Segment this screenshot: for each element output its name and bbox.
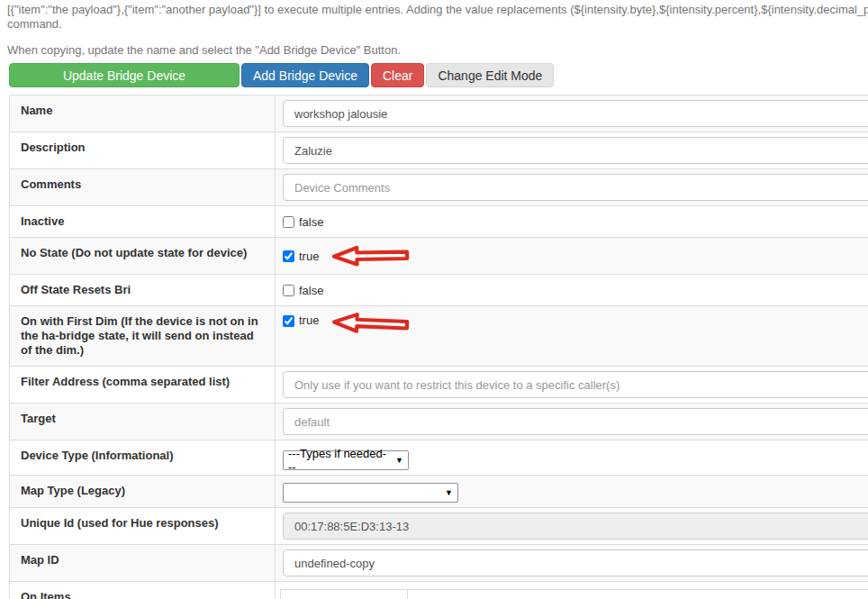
red-arrow-annotation-icon [331,244,411,268]
update-bridge-device-button[interactable]: Update Bridge Device [9,63,240,87]
map-type-select[interactable]: ▼ [283,483,458,503]
target-label: Target [10,404,276,440]
copy-note: When copying, update the name and select… [0,32,868,58]
row-no-state: No State (Do not update state for device… [10,238,868,275]
no-state-checkbox-label: true [299,250,319,263]
inactive-label: Inactive [10,206,276,237]
toolbar: Update Bridge Device Add Bridge Device C… [9,63,868,87]
inactive-checkbox-label: false [299,215,323,229]
on-items-label: On Items [10,582,276,599]
no-state-label: No State (Do not update state for device… [10,238,276,274]
row-description: Description [10,132,868,169]
row-device-type: Device Type (Informational) ---Types if … [10,440,868,476]
add-bridge-device-button[interactable]: Add Bridge Device [241,63,369,87]
comments-label: Comments [10,169,276,205]
row-filter-address: Filter Address (comma separated list) [10,367,868,404]
on-items-target-header: Target Item [408,590,868,599]
on-items-table: Type Target Item ▼ [280,589,868,599]
device-form-table: Name Description Comments Inactive false [9,95,868,599]
unique-id-label: Unique Id (used for Hue responses) [10,508,276,544]
row-comments: Comments [10,169,868,206]
intro-line-2: command. [7,17,868,32]
map-type-label: Map Type (Legacy) [10,476,276,507]
unique-id-input [283,513,868,540]
filter-address-label: Filter Address (comma separated list) [10,367,276,403]
row-map-id: Map ID [10,545,868,582]
name-label: Name [10,95,276,132]
row-off-state: Off State Resets Bri false [10,275,868,306]
change-edit-mode-button[interactable]: Change Edit Mode [426,63,554,87]
on-first-dim-label: On with First Dim (If the device is not … [10,306,276,366]
description-input[interactable] [283,137,868,164]
name-input[interactable] [283,100,868,127]
row-on-first-dim: On with First Dim (If the device is not … [10,306,868,367]
comments-input[interactable] [283,174,868,201]
select-caret-icon: ▼ [395,456,403,465]
row-inactive: Inactive false [10,206,868,238]
description-label: Description [10,132,276,168]
filter-address-input[interactable] [283,371,868,398]
no-state-checkbox[interactable] [283,250,294,262]
intro-line-1: [{"item":"the payload"},{"item":"another… [7,3,868,17]
map-id-label: Map ID [10,545,276,581]
red-arrow-annotation-icon [331,310,411,336]
on-first-dim-checkbox[interactable] [283,315,294,327]
device-type-selected-value: ---Types if needed--- [288,447,388,474]
row-name: Name [10,95,868,132]
clear-button[interactable]: Clear [371,63,424,87]
off-state-label: Off State Resets Bri [10,275,276,305]
inactive-checkbox[interactable] [283,216,294,228]
bridge-device-edit-page: [{"item":"the payload"},{"item":"another… [0,0,868,599]
row-target: Target [10,404,868,440]
row-on-items: On Items Type Target Item [10,582,868,599]
device-type-label: Device Type (Informational) [10,440,276,475]
on-first-dim-checkbox-label: true [299,313,319,327]
map-id-input[interactable] [283,549,868,576]
off-state-checkbox[interactable] [283,285,294,296]
on-items-type-header: Type [281,590,408,599]
off-state-checkbox-label: false [299,284,323,297]
target-input[interactable] [283,408,868,435]
intro-paragraph: [{"item":"the payload"},{"item":"another… [0,0,868,32]
select-caret-icon: ▼ [445,488,453,497]
row-map-type: Map Type (Legacy) ▼ [10,476,868,508]
device-type-select[interactable]: ---Types if needed--- ▼ [283,450,409,470]
row-unique-id: Unique Id (used for Hue responses) [10,508,868,545]
